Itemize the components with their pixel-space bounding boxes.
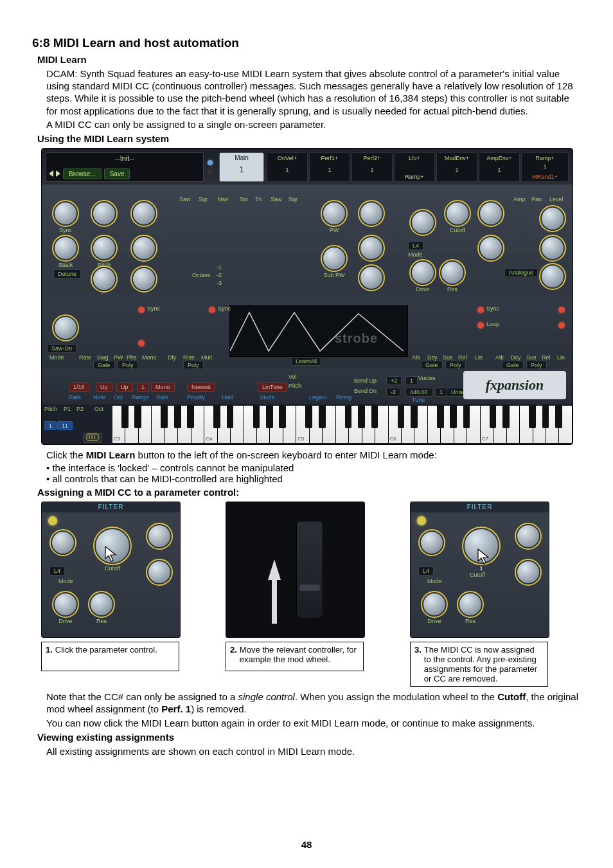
voices-1[interactable]: 1 (405, 376, 418, 385)
knob-s3b[interactable] (516, 524, 540, 548)
knob-osc5[interactable] (132, 267, 156, 291)
strobe-watermark: strobe (335, 331, 378, 346)
subheading-using: Using the MIDI Learn system (37, 133, 581, 144)
main-prev-icon[interactable] (234, 174, 237, 179)
pitch-val1[interactable]: 1 (44, 421, 57, 430)
subheading-midilearn: MIDI Learn (37, 54, 581, 65)
knob-cutoff[interactable] (445, 201, 470, 226)
modenv-loop[interactable] (477, 322, 484, 329)
knob-fil2[interactable] (479, 201, 503, 226)
subheading-assigning: Assigning a MIDI CC to a parameter contr… (37, 487, 581, 498)
slot-onvel[interactable]: OnVel+1 (267, 152, 308, 182)
fxpansion-logo: fxpansion (463, 371, 566, 399)
knob-fil3[interactable] (479, 236, 503, 260)
preset-box[interactable]: --Init-- Browse... Save (46, 152, 204, 182)
knob-lfo[interactable] (53, 316, 78, 340)
piano-keyboard[interactable]: C3 C4 C5 C6 C7 (112, 406, 573, 443)
knob-subpw[interactable] (322, 246, 346, 271)
midi-learn-button[interactable] (83, 433, 102, 443)
mod-wheel[interactable] (296, 521, 323, 619)
filter-title-3: FILTER (411, 502, 549, 512)
ampenv-sync[interactable] (558, 307, 565, 313)
main-slot-val: 1 (220, 161, 263, 174)
bendup-val[interactable]: +2 (386, 376, 402, 385)
knob-s3[interactable] (420, 530, 444, 555)
header-bar: --Init-- Browse... Save Main 1 OnVel+1 P… (42, 149, 573, 185)
arp-mono[interactable]: Mono (151, 383, 175, 392)
knob-drive-s3[interactable] (422, 592, 447, 617)
preset-prev-icon[interactable] (49, 170, 53, 177)
knob-fine[interactable] (92, 267, 116, 291)
slot-modenv[interactable]: ModEnv+1 (436, 152, 477, 182)
main-next-icon[interactable] (246, 174, 249, 179)
lfo-sync-led[interactable] (138, 307, 145, 313)
knob-pw[interactable] (322, 201, 346, 226)
arp-up2[interactable]: Up (116, 383, 133, 392)
modenv-sync[interactable] (477, 307, 484, 313)
ampenv-loop[interactable] (558, 322, 565, 329)
line-click-midilearn: Click the MIDI Learn button to the left … (46, 449, 581, 461)
knob-sync[interactable] (53, 201, 78, 226)
keying-newest[interactable]: Newest (187, 383, 215, 392)
filter-l4[interactable]: L4 (408, 241, 423, 250)
l4-s1[interactable]: L4 (49, 566, 65, 575)
caption-2: 2. Move the relevant controller, for exa… (226, 642, 364, 671)
learnall-button[interactable]: LearnAll (291, 357, 321, 366)
knob-amp2[interactable] (540, 236, 565, 260)
knob-amp[interactable] (540, 206, 565, 231)
knob-pw4[interactable] (359, 266, 384, 290)
slot-ampenv[interactable]: AmpEnv+1 (479, 152, 520, 182)
arp-116[interactable]: 1/16 (69, 383, 89, 392)
caption-3: 3. The MIDI CC is now assigned to the co… (410, 642, 548, 687)
knob-res-s3[interactable] (458, 592, 483, 617)
lfo-led2[interactable] (138, 340, 145, 347)
status-leds (208, 160, 213, 174)
sawdn-label[interactable]: Saw-Dn (47, 344, 76, 353)
page-number: 48 (0, 839, 613, 850)
knob-s1c[interactable] (147, 560, 172, 584)
main-slot[interactable]: Main 1 (219, 152, 264, 182)
svg-marker-5 (478, 549, 488, 564)
knob-s1b[interactable] (147, 524, 172, 548)
knob-pw2[interactable] (359, 201, 384, 226)
unison-one[interactable]: 1 (435, 388, 447, 397)
slot-perf2[interactable]: Perf2+1 (351, 152, 393, 182)
knob-s1[interactable] (51, 530, 75, 555)
slot-lfo[interactable]: Lfo+Ramp+ (394, 152, 435, 182)
analogue-toggle[interactable]: Analogue (504, 268, 538, 277)
knob-drive-s1[interactable] (53, 592, 78, 617)
browse-button[interactable]: Browse... (63, 168, 102, 179)
knob-top2[interactable] (92, 201, 116, 226)
knob-stack[interactable] (53, 236, 78, 260)
l4-s3[interactable]: L4 (418, 566, 434, 575)
pitch-val11[interactable]: 11 (57, 421, 73, 430)
save-button[interactable]: Save (104, 168, 130, 179)
power-led-icon[interactable] (48, 516, 57, 525)
knob-pw3[interactable] (359, 236, 384, 260)
para-viewing: All existing assignments are shown on ea… (46, 745, 581, 757)
knob-osc3[interactable] (132, 201, 156, 226)
pitch-controls: Pitch P1 P2 Oct 1 11 (42, 404, 112, 444)
knob-res[interactable] (440, 260, 465, 285)
para-single: A MIDI CC can only be assigned to a sing… (46, 118, 581, 131)
knob-fil1[interactable] (411, 210, 435, 235)
arp-one[interactable]: 1 (137, 383, 149, 392)
glide-lintime[interactable]: LinTime (258, 383, 287, 392)
arp-power[interactable] (49, 384, 56, 390)
knob-s3c[interactable] (516, 560, 540, 584)
slot-ramp-voice[interactable]: Ramp+1MRand1+ (521, 152, 569, 182)
knob-osc4[interactable] (132, 236, 156, 260)
filter-power-led[interactable] (412, 199, 418, 205)
knob-amp3[interactable] (540, 264, 565, 289)
knob-pitch[interactable] (92, 236, 116, 260)
knob-res-s1[interactable] (89, 592, 114, 617)
knob-drive[interactable] (411, 260, 435, 285)
preset-next-icon[interactable] (56, 170, 60, 177)
slot-perf1[interactable]: Perf1+1 (309, 152, 350, 182)
benddn-val[interactable]: -2 (386, 388, 400, 397)
ramp-sync-led[interactable] (209, 307, 215, 313)
detune-label[interactable]: Detune (53, 269, 81, 278)
tune-val[interactable]: 440.00 (405, 388, 432, 397)
arp-up1[interactable]: Up (96, 383, 112, 392)
power-led-icon-3[interactable] (417, 516, 426, 525)
